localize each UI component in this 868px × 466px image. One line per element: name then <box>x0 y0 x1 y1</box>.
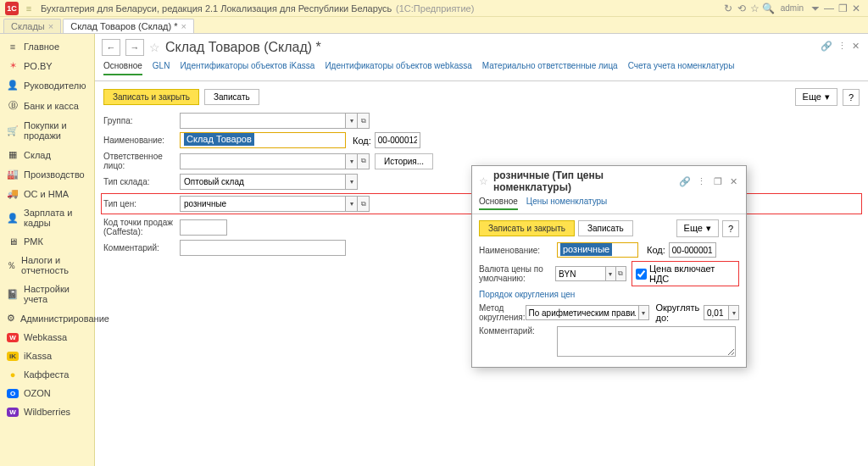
tab-item[interactable]: Склады × <box>3 19 61 33</box>
open-icon[interactable]: ⧉ <box>616 266 626 281</box>
vat-checkbox[interactable] <box>636 269 647 280</box>
star-icon[interactable]: ☆ <box>748 3 762 14</box>
form-tab[interactable]: Идентификаторы объектов webkassa <box>325 61 471 75</box>
sidebar-item[interactable]: WWildberries <box>0 402 94 421</box>
popup-save-button[interactable]: Записать <box>578 220 633 236</box>
sidebar-item[interactable]: 📓Настройки учета <box>0 280 94 308</box>
link-icon[interactable]: 🔗 <box>679 176 691 187</box>
history-button[interactable]: История... <box>375 153 433 169</box>
sidebar-label: Webkassa <box>24 332 67 342</box>
popup-title: розничные (Тип цены номенклатуры) <box>493 169 669 193</box>
maximize-icon[interactable]: ❐ <box>836 3 849 14</box>
sidebar-label: Руководителю <box>24 80 86 91</box>
price-type-input[interactable] <box>180 196 346 212</box>
warehouse-type-input[interactable] <box>180 174 346 190</box>
sidebar-label: Склад <box>24 150 51 160</box>
reload-icon[interactable]: ↻ <box>721 3 735 14</box>
open-icon[interactable]: ⧉ <box>358 153 370 169</box>
popup-help-button[interactable]: ? <box>722 220 739 237</box>
chevron-down-icon[interactable]: ▾ <box>346 196 358 212</box>
user-label[interactable]: admin <box>781 3 804 13</box>
close-icon[interactable]: ✕ <box>852 41 860 52</box>
open-icon[interactable]: ⧉ <box>358 113 370 129</box>
help-button[interactable]: ? <box>843 89 860 106</box>
sidebar-item[interactable]: OOZON <box>0 384 94 402</box>
sidebar-item[interactable]: ％Налоги и отчетность <box>0 251 94 280</box>
chevron-down-icon[interactable]: ▾ <box>606 266 616 281</box>
favorite-star-icon[interactable]: ☆ <box>149 41 160 54</box>
save-close-button[interactable]: Записать и закрыть <box>103 89 199 105</box>
form-tab[interactable]: Счета учета номенклатуры <box>628 61 735 75</box>
popup-tab[interactable]: Цены номенклатуры <box>526 197 607 210</box>
sidebar-item[interactable]: 👤Руководителю <box>0 75 94 95</box>
code-input[interactable] <box>375 132 420 148</box>
chevron-down-icon[interactable]: ▾ <box>346 153 358 169</box>
link-icon[interactable]: 🔗 <box>821 41 832 52</box>
popup-tabs: ОсновноеЦены номенклатуры <box>472 197 746 214</box>
favorite-star-icon[interactable]: ☆ <box>479 175 488 187</box>
responsible-input[interactable] <box>180 153 346 169</box>
sidebar-item[interactable]: ≡Главное <box>0 37 94 56</box>
form-tab[interactable]: Основное <box>103 61 142 75</box>
round-method-input[interactable] <box>526 305 639 320</box>
sidebar-item[interactable]: ✶PO.BY <box>0 56 94 75</box>
back-button[interactable]: ← <box>102 39 120 56</box>
form-tab[interactable]: Идентификаторы объектов iKassa <box>180 61 314 75</box>
minimize-icon[interactable]: — <box>822 3 836 14</box>
expand-icon[interactable]: ❐ <box>712 176 723 187</box>
sidebar-item[interactable]: ●Каффеста <box>0 365 94 384</box>
more-icon[interactable]: ⋮ <box>837 41 847 52</box>
vat-label: Цена включает НДС <box>649 264 735 284</box>
popup-comment-input[interactable] <box>557 326 736 357</box>
price-type-label: Тип цен: <box>103 199 180 208</box>
history-icon[interactable]: ⟲ <box>735 3 748 14</box>
sidebar-icon: ▦ <box>7 149 19 160</box>
form-tab[interactable]: GLN <box>153 61 170 75</box>
title-text: Бухгалтерия для Беларуси, редакция 2.1 Л… <box>41 3 392 14</box>
sidebar-item[interactable]: ⒷБанк и касса <box>0 95 94 116</box>
rounding-section[interactable]: Порядок округления цен <box>479 290 739 299</box>
sidebar-item[interactable]: 🖥РМК <box>0 232 94 251</box>
popup-more-button[interactable]: Еще▾ <box>676 219 719 237</box>
sidebar-item[interactable]: ⚙Администрирование <box>0 308 94 328</box>
sidebar-item[interactable]: 🛒Покупки и продажи <box>0 116 94 145</box>
chevron-down-icon[interactable]: ▾ <box>639 305 649 320</box>
chevron-down-icon[interactable]: ▾ <box>346 113 358 129</box>
more-button[interactable]: Еще▾ <box>795 88 837 106</box>
name-input[interactable]: Склад Товаров <box>180 132 346 148</box>
sidebar-item[interactable]: 🏭Производство <box>0 164 94 184</box>
chevron-down-icon[interactable]: ▾ <box>346 174 358 190</box>
save-button[interactable]: Записать <box>204 89 259 105</box>
sidebar-item[interactable]: 👤Зарплата и кадры <box>0 203 94 232</box>
sidebar-icon: Ⓑ <box>7 99 19 112</box>
forward-button[interactable]: → <box>125 39 144 56</box>
popup-save-close-button[interactable]: Записать и закрыть <box>479 220 575 236</box>
form-tab[interactable]: Материально ответственные лица <box>482 61 618 75</box>
settings-dropdown-icon[interactable]: ⏷ <box>809 3 822 14</box>
tab-item[interactable]: Склад Товаров (Склад) * × <box>63 19 194 33</box>
close-icon[interactable]: ✕ <box>728 176 739 187</box>
sidebar-item[interactable]: ▦Склад <box>0 145 94 164</box>
sidebar-item[interactable]: 🚚ОС и НМА <box>0 184 94 203</box>
comment-label: Комментарий: <box>103 243 180 252</box>
close-window-icon[interactable]: ✕ <box>849 3 863 14</box>
pos-input[interactable] <box>180 219 227 236</box>
currency-input[interactable] <box>555 266 606 281</box>
hamburger-icon[interactable]: ≡ <box>22 3 36 14</box>
search-icon[interactable]: 🔍 <box>762 3 776 14</box>
more-icon[interactable]: ⋮ <box>696 176 707 187</box>
popup-tab[interactable]: Основное <box>479 197 518 210</box>
group-input[interactable] <box>180 113 346 129</box>
chevron-down-icon[interactable]: ▾ <box>729 305 739 320</box>
sidebar-label: Настройки учета <box>24 284 87 304</box>
popup-name-input[interactable]: розничные <box>557 242 638 258</box>
popup-code-input[interactable] <box>669 242 716 258</box>
round-to-input[interactable] <box>704 305 729 320</box>
tab-close-icon[interactable]: × <box>48 21 53 31</box>
sidebar-item[interactable]: WWebkassa <box>0 328 94 347</box>
tab-close-icon[interactable]: × <box>181 21 186 31</box>
open-icon[interactable]: ⧉ <box>358 196 370 212</box>
comment-input[interactable] <box>180 240 346 256</box>
sidebar-label: Покупки и продажи <box>24 120 87 141</box>
sidebar-item[interactable]: iKiKassa <box>0 347 94 365</box>
